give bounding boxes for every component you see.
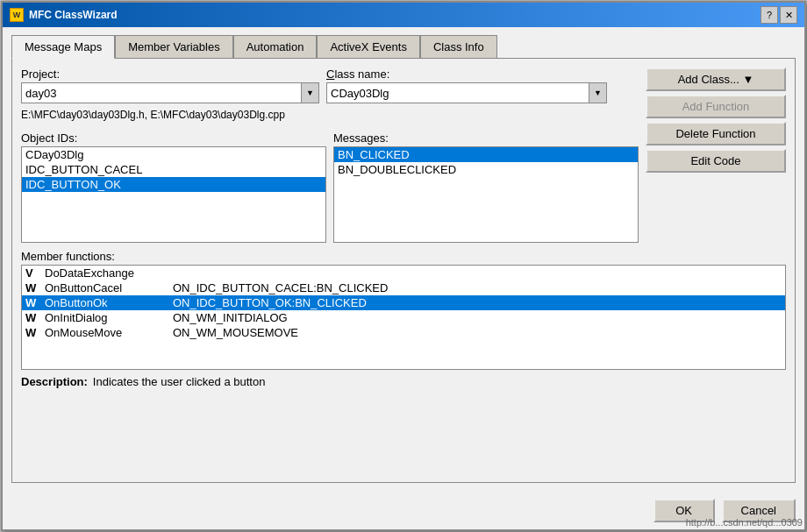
right-buttons: Add Class... ▼ Add Function Delete Funct… [646, 67, 786, 173]
close-button[interactable]: ✕ [780, 6, 797, 24]
title-bar-left: W MFC ClassWizard [10, 8, 118, 22]
project-combo[interactable]: ▼ [21, 82, 319, 103]
mfc-classwizard-dialog: W MFC ClassWizard ? ✕ Message Maps Membe… [1, 1, 806, 531]
classname-group: Class name: ▼ [326, 67, 607, 103]
mf-type: W [25, 296, 39, 309]
title-buttons: ? ✕ [761, 6, 797, 24]
object-ids-group: Object IDs: CDay03Dlg IDC_BUTTON_CACEL I… [21, 131, 326, 243]
mf-row[interactable]: W OnInitDialog ON_WM_INITDIALOG [22, 310, 785, 325]
form-left: Project: ▼ Class name: ▼ [21, 67, 639, 243]
fields-row: Project: ▼ Class name: ▼ [21, 67, 639, 103]
list-item[interactable]: CDay03Dlg [22, 147, 325, 162]
mf-name: DoDataExchange [45, 266, 168, 280]
classname-combo-arrow[interactable]: ▼ [589, 83, 606, 103]
bottom-buttons-row: OK Cancel http://b...csdn.net/qd...0309 [3, 495, 804, 529]
tab-automation[interactable]: Automation [233, 35, 318, 59]
title-bar: W MFC ClassWizard ? ✕ [3, 3, 804, 27]
messages-group: Messages: BN_CLICKED BN_DOUBLECLICKED [333, 131, 639, 243]
tab-bar: Message Maps Member Variables Automation… [11, 34, 796, 58]
mf-name: OnMouseMove [45, 326, 168, 339]
list-item[interactable]: BN_DOUBLECLICKED [334, 162, 638, 177]
app-icon: W [10, 8, 24, 22]
help-button[interactable]: ? [761, 6, 778, 24]
mf-row[interactable]: W OnButtonOk ON_IDC_BUTTON_OK:BN_CLICKED [22, 295, 785, 310]
project-combo-arrow[interactable]: ▼ [301, 83, 318, 103]
mf-detail: ON_WM_INITDIALOG [173, 311, 782, 324]
mf-detail: ON_WM_MOUSEMOVE [173, 326, 782, 339]
mf-name: OnButtonOk [45, 296, 168, 309]
mf-row[interactable]: V DoDataExchange [22, 266, 785, 280]
file-path: E:\MFC\day03\day03Dlg.h, E:\MFC\day03\da… [21, 107, 639, 123]
add-function-button[interactable]: Add Function [646, 95, 786, 118]
list-item[interactable]: IDC_BUTTON_CACEL [22, 162, 325, 177]
classname-input[interactable] [327, 83, 589, 103]
member-functions-label: Member functions: [21, 250, 786, 263]
description-text: Indicates the user clicked a button [93, 375, 266, 388]
project-group: Project: ▼ [21, 67, 319, 103]
messages-listbox[interactable]: BN_CLICKED BN_DOUBLECLICKED [333, 146, 639, 243]
description-row: Description: Indicates the user clicked … [21, 375, 786, 388]
lists-row: Object IDs: CDay03Dlg IDC_BUTTON_CACEL I… [21, 131, 639, 243]
mf-type: W [25, 311, 39, 324]
delete-function-button[interactable]: Delete Function [646, 122, 786, 145]
mf-type: W [25, 326, 39, 339]
messages-label: Messages: [333, 131, 639, 145]
edit-code-button[interactable]: Edit Code [646, 149, 786, 173]
list-item[interactable]: BN_CLICKED [334, 147, 638, 162]
mf-type: V [25, 266, 39, 280]
member-functions-listbox[interactable]: V DoDataExchange W OnButtonCacel ON_IDC_… [21, 265, 786, 370]
description-label: Description: [21, 375, 88, 388]
classname-combo[interactable]: ▼ [326, 82, 607, 103]
list-item[interactable]: IDC_BUTTON_OK [22, 177, 325, 192]
dialog-title: MFC ClassWizard [29, 9, 118, 21]
tab-member-variables[interactable]: Member Variables [115, 35, 233, 59]
tab-activex-events[interactable]: ActiveX Events [317, 35, 419, 59]
mf-name: OnButtonCacel [45, 281, 168, 294]
tab-class-info[interactable]: Class Info [420, 35, 497, 59]
mf-detail: ON_IDC_BUTTON_CACEL:BN_CLICKED [173, 281, 782, 294]
classname-label: Class name: [326, 67, 607, 81]
tab-content: Project: ▼ Class name: ▼ [11, 58, 796, 483]
object-ids-label: Object IDs: [21, 131, 326, 145]
ok-button[interactable]: OK [653, 499, 715, 522]
project-input[interactable] [22, 83, 301, 103]
object-ids-listbox[interactable]: CDay03Dlg IDC_BUTTON_CACEL IDC_BUTTON_OK [21, 146, 326, 243]
project-label: Project: [21, 67, 319, 81]
mf-type: W [25, 281, 39, 294]
tab-message-maps[interactable]: Message Maps [11, 35, 115, 59]
mf-name: OnInitDialog [45, 311, 168, 324]
add-class-button[interactable]: Add Class... ▼ [646, 67, 786, 91]
top-main-row: Project: ▼ Class name: ▼ [21, 67, 786, 243]
cancel-button[interactable]: Cancel [722, 499, 796, 522]
mf-detail: ON_IDC_BUTTON_OK:BN_CLICKED [173, 296, 782, 309]
dialog-content: Message Maps Member Variables Automation… [3, 27, 804, 490]
mf-row[interactable]: W OnButtonCacel ON_IDC_BUTTON_CACEL:BN_C… [22, 280, 785, 295]
mf-detail [173, 266, 782, 280]
mf-row[interactable]: W OnMouseMove ON_WM_MOUSEMOVE [22, 325, 785, 340]
